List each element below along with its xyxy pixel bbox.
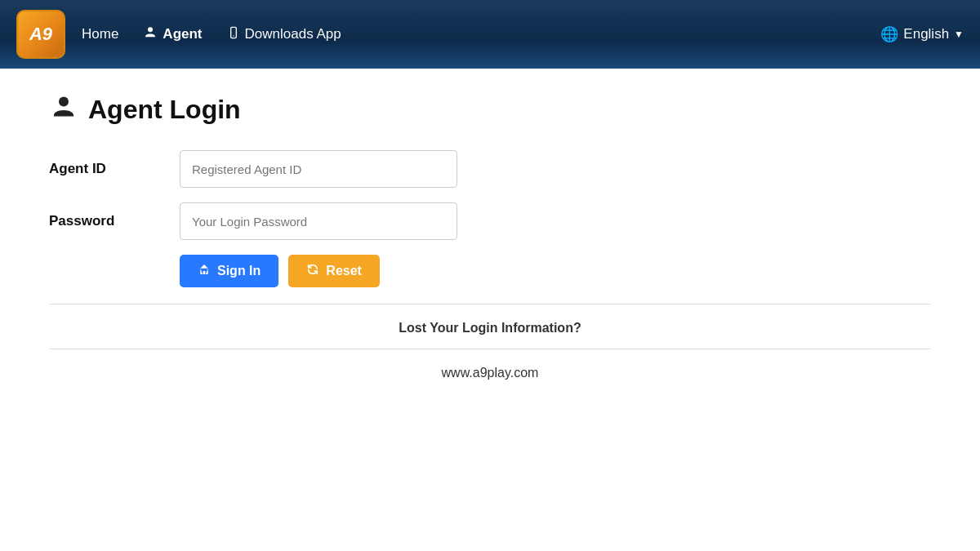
footer-domain: www.a9play.com [49,366,931,380]
logo[interactable]: A9 [16,10,65,59]
nav-downloads[interactable]: Downloads App [227,26,341,43]
reset-button[interactable]: Reset [288,255,380,287]
page-title-icon [49,93,78,126]
language-label: English [903,26,949,42]
nav-home-label: Home [82,26,118,42]
agent-id-input[interactable] [180,150,457,188]
navbar: A9 Home Agent Downloads App [0,0,980,69]
svg-point-0 [148,27,153,32]
nav-downloads-label: Downloads App [245,26,341,42]
agent-id-label: Agent ID [49,161,180,177]
form-buttons: Sign In Reset [180,255,539,287]
svg-rect-1 [230,27,236,38]
divider-bottom [49,349,931,349]
main-content: Agent Login Agent ID Password Sign In [0,69,980,413]
signin-icon [198,263,211,279]
agent-id-row: Agent ID [49,150,539,188]
nav-agent-label: Agent [163,26,202,42]
nav-links: Home Agent Downloads App [82,25,341,44]
nav-agent[interactable]: Agent [143,25,202,44]
nav-home[interactable]: Home [82,26,118,42]
globe-icon: 🌐 [880,25,898,43]
language-selector[interactable]: 🌐 English ▼ [880,25,964,43]
page-title-row: Agent Login [49,93,931,126]
page-title: Agent Login [88,95,241,125]
lost-info-link[interactable]: Lost Your Login Information? [49,321,931,335]
password-row: Password [49,202,539,240]
chevron-down-icon: ▼ [954,29,964,40]
svg-point-3 [59,97,69,107]
password-input[interactable] [180,202,457,240]
password-label: Password [49,213,180,229]
reset-button-label: Reset [326,264,362,278]
signin-button-label: Sign In [217,264,261,278]
signin-button[interactable]: Sign In [180,255,278,287]
login-form: Agent ID Password Sign In [49,150,539,287]
agent-nav-icon [143,25,158,44]
divider-top [49,304,931,304]
mobile-icon [227,26,240,43]
reset-icon [306,263,319,279]
logo-text: A9 [29,25,52,43]
